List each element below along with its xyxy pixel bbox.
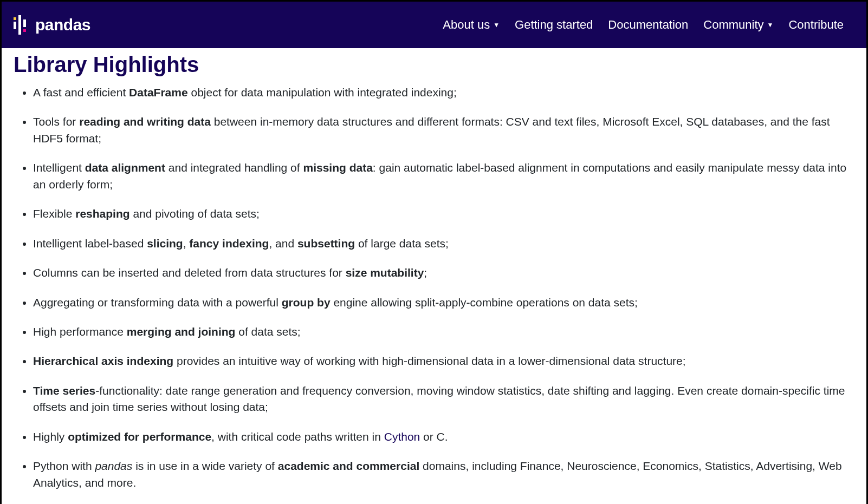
highlight-item: Intelligent label-based slicing, fancy i… — [33, 235, 854, 252]
highlight-item: A fast and efficient DataFrame object fo… — [33, 84, 854, 101]
nav-community[interactable]: Community ▼ — [703, 18, 773, 32]
highlight-item: Columns can be inserted and deleted from… — [33, 265, 854, 281]
page-title: Library Highlights — [14, 53, 854, 77]
highlight-item: Aggregating or transforming data with a … — [33, 294, 854, 311]
nav-contribute[interactable]: Contribute — [788, 18, 844, 32]
main-content: Library Highlights A fast and efficient … — [2, 48, 866, 504]
brand-name: pandas — [35, 16, 90, 34]
nav-documentation[interactable]: Documentation — [608, 18, 688, 32]
highlight-item: Flexible reshaping and pivoting of data … — [33, 206, 854, 222]
chevron-down-icon: ▼ — [767, 21, 774, 29]
nav-getting-started[interactable]: Getting started — [515, 18, 593, 32]
svg-rect-2 — [18, 15, 21, 35]
highlight-item: Time series-functionality: date range ge… — [33, 383, 854, 416]
navbar: pandas About us ▼ Getting started Docume… — [2, 2, 866, 48]
highlight-item: Highly optimized for performance, with c… — [33, 429, 854, 445]
highlight-item: Python with pandas is in use in a wide v… — [33, 458, 854, 491]
svg-rect-3 — [23, 19, 26, 27]
brand[interactable]: pandas — [11, 14, 90, 36]
chevron-down-icon: ▼ — [493, 21, 500, 29]
highlight-item: Intelligent data alignment and integrate… — [33, 160, 854, 193]
highlights-list: A fast and efficient DataFrame object fo… — [14, 84, 854, 491]
svg-rect-4 — [23, 29, 26, 32]
nav-about-us[interactable]: About us ▼ — [443, 18, 500, 32]
pandas-logo-icon — [11, 14, 29, 36]
svg-rect-1 — [14, 17, 16, 20]
highlight-item: Hierarchical axis indexing provides an i… — [33, 353, 854, 369]
highlight-item: High performance merging and joining of … — [33, 324, 854, 340]
highlight-item: Tools for reading and writing data betwe… — [33, 114, 854, 147]
nav-links: About us ▼ Getting started Documentation… — [443, 18, 857, 32]
svg-rect-0 — [14, 22, 16, 29]
